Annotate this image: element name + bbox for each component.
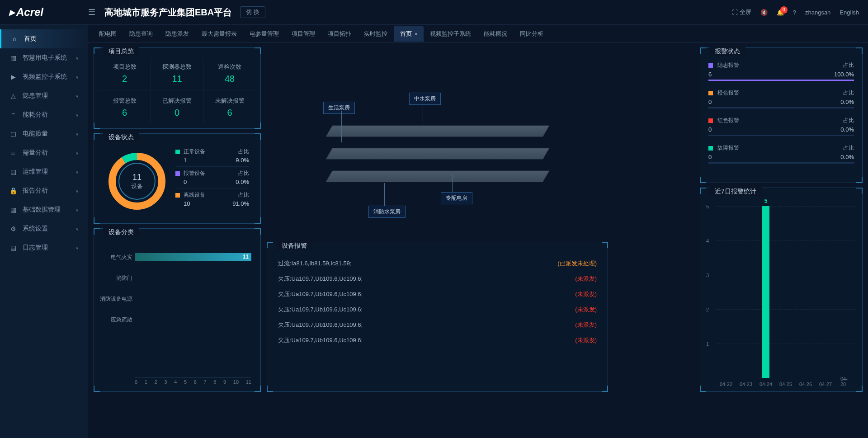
sidebar-icon: ⌂ [10,35,19,42]
alarm-status-row: 故障报警占比00.0% [708,144,854,164]
chevron-down-icon: ∨ [75,245,79,250]
sidebar-label: 运维管理 [23,168,48,176]
tab-11[interactable]: 同比分析 [514,26,550,42]
x-tick: 04-23 [740,381,752,387]
tab-7[interactable]: 实时监控 [358,26,394,42]
chevron-down-icon: ∨ [75,207,79,212]
sidebar-item-0[interactable]: ⌂首页 [0,29,88,48]
tab-10[interactable]: 能耗概况 [477,26,514,42]
x-tick: 04-27 [819,381,832,387]
tab-9[interactable]: 视频监控子系统 [424,26,477,42]
alarm-row[interactable]: 欠压:Ua109.7,Ub109.6,Uc109.6;(未派发) [276,317,599,333]
sidebar-item-6[interactable]: ≣需量分析∨ [0,143,88,162]
legend-row: 报警设备占比00.0% [175,167,249,188]
sidebar-item-10[interactable]: ⚙系统设置∨ [0,219,88,238]
sidebar-icon: ≡ [9,111,17,118]
panel-alarm-status: 报警状态 隐患报警占比6100.0%橙色报警占比00.0%红色报警占比00.0%… [700,47,863,183]
x-tick: 04-22 [720,381,732,387]
bar-row: 消防门 [135,268,251,288]
sidebar-label: 报告分析 [23,187,48,195]
stat-value: 48 [225,74,235,84]
y-tick: 1 [706,341,709,347]
chevron-down-icon: ∨ [75,188,79,193]
mute-icon[interactable]: 🔇 [760,9,768,16]
switch-button[interactable]: 切 换 [240,6,265,18]
scene-tag[interactable]: 专配电房 [441,192,472,204]
x-tick: 04-24 [760,381,772,387]
sidebar-label: 智慧用电子系统 [23,54,67,62]
sidebar-item-2[interactable]: ▶视频监控子系统∨ [0,67,88,86]
panel-title: 报警状态 [709,47,745,56]
notifications-icon[interactable]: 🔔0 [777,9,784,16]
menu-toggle-icon[interactable]: ☰ [88,7,95,17]
tab-2[interactable]: 隐患派发 [159,26,195,42]
sidebar-item-1[interactable]: ▦智慧用电子系统∨ [0,48,88,67]
alarm-row[interactable]: 欠压:Ua109.7,Ub109.6,Uc109.6;(未派发) [276,287,599,302]
bar-row: 电气火灾11 [135,247,251,268]
alarm-text: 欠压:Ua109.7,Ub109.6,Uc109.6; [278,275,363,283]
sidebar-item-4[interactable]: ≡能耗分析∨ [0,105,88,124]
language-switch[interactable]: English [840,9,859,16]
app-title: 高地城市服务产业集团EBA平台 [104,6,232,19]
tab-4[interactable]: 电参量管理 [243,26,285,42]
tab-1[interactable]: 隐患查询 [123,26,159,42]
stat-label: 未解决报警 [215,97,245,105]
help-icon[interactable]: ? [793,9,796,16]
alarm-row[interactable]: 过流:Ia81.6,Ib81.59,Ic81.59;(已派发未处理) [276,256,599,271]
username[interactable]: zhangsan [805,9,830,16]
sidebar-icon: ▦ [9,54,17,61]
chevron-down-icon: ∨ [75,94,79,99]
stat-value: 0 [175,108,179,118]
scene-tag[interactable]: 中水泵房 [409,93,441,105]
panel-device-status: 设备状态 11设备 正常设备占比19.0%报警设备占比00.0%离线设备占比10… [94,133,261,224]
bar-value: 11 [243,254,249,260]
bar: 5 [762,206,769,378]
alarm-row[interactable]: 欠压:Ua109.7,Ub109.6,Uc109.6;(未派发) [276,333,599,348]
sidebar-label: 需量分析 [23,149,48,157]
bar-label: 消防设备电源 [99,295,132,303]
sidebar-item-8[interactable]: 🔒报告分析∨ [0,181,88,200]
sidebar-icon: ▦ [9,206,17,213]
overview-cell: 项目总数2 [99,57,151,90]
tab-bar: 配电图隐患查询隐患派发最大需量报表电参量管理项目管理项目拓扑实时监控首页×视频监… [88,25,868,43]
tab-6[interactable]: 项目拓扑 [321,26,358,42]
bar-label: 消防门 [99,274,132,282]
alarm-text: 过流:Ia81.6,Ib81.59,Ic81.59; [278,259,352,268]
scene-tag[interactable]: 生活泵房 [323,102,355,114]
sidebar-item-11[interactable]: ▤日志管理∨ [0,238,88,257]
sidebar-item-9[interactable]: ▦基础数据管理∨ [0,200,88,219]
sidebar-label: 系统设置 [23,225,48,233]
sidebar-label: 隐患管理 [23,92,48,100]
sidebar-label: 首页 [24,35,37,43]
panel-title: 设备报警 [276,242,312,250]
alarm-text: 欠压:Ua109.7,Ub109.6,Uc109.6; [278,336,363,344]
fullscreen-button[interactable]: ⛶ 全屏 [732,8,751,16]
sidebar-item-7[interactable]: ▤运维管理∨ [0,162,88,181]
topbar: ▸Acrel ☰ 高地城市服务产业集团EBA平台 切 换 ⛶ 全屏 🔇 🔔0 ?… [0,0,868,25]
sidebar: ⌂首页▦智慧用电子系统∨▶视频监控子系统∨△隐患管理∨≡能耗分析∨▢电能质量∨≣… [0,25,88,438]
bar-label: 电气火灾 [99,254,132,261]
alarm-status: (未派发) [575,321,597,329]
sidebar-icon: ▤ [9,244,17,251]
close-icon[interactable]: × [415,31,417,37]
overview-cell: 报警总数6 [99,90,151,124]
sidebar-item-5[interactable]: ▢电能质量∨ [0,124,88,143]
panel-device-category: 设备分类 电气火灾11消防门消防设备电源应急疏散 01234567891011 [94,228,261,392]
alarm-row[interactable]: 欠压:Ua109.7,Ub109.6,Uc109.6;(未派发) [276,302,599,317]
tab-0[interactable]: 配电图 [93,26,123,42]
chevron-down-icon: ∨ [75,132,79,137]
panel-3d-view[interactable]: 生活泵房 中水泵房 消防水泵房 专配电房 [267,47,608,242]
tab-5[interactable]: 项目管理 [285,26,321,42]
alarm-row[interactable]: 欠压:Ua109.7,Ub109.6,Uc109.6;(未派发) [276,271,599,287]
stat-value: 6 [227,108,232,118]
tab-8[interactable]: 首页× [394,26,424,42]
tab-3[interactable]: 最大需量报表 [195,26,243,42]
sidebar-icon: 🔒 [9,187,17,194]
overview-cell: 探测器总数11 [151,57,203,90]
overview-cell: 已解决报警0 [151,90,203,124]
panel-device-alarm: 设备报警 过流:Ia81.6,Ib81.59,Ic81.59;(已派发未处理)欠… [267,242,608,392]
scene-tag[interactable]: 消防水泵房 [368,206,406,218]
stat-value: 6 [122,108,127,118]
sidebar-item-3[interactable]: △隐患管理∨ [0,86,88,105]
chevron-down-icon: ∨ [75,56,79,61]
